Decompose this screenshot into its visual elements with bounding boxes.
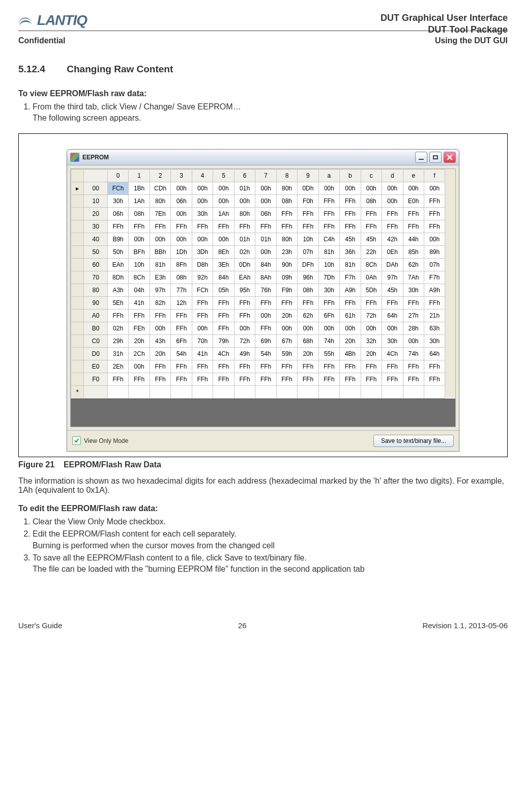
hex-cell[interactable]: FFh bbox=[403, 296, 424, 309]
hex-cell[interactable]: 00h bbox=[382, 322, 403, 334]
hex-cell-empty[interactable] bbox=[213, 385, 234, 398]
hex-cell[interactable]: 63h bbox=[424, 322, 445, 334]
hex-cell[interactable]: 00h bbox=[361, 182, 382, 194]
hex-cell[interactable]: 00h bbox=[171, 207, 192, 220]
hex-grid[interactable]: 0123456789abcdef ▸00FCh1BhCDh00h00h00h01… bbox=[71, 169, 455, 399]
hex-cell[interactable]: 85h bbox=[403, 245, 424, 258]
row-gutter[interactable] bbox=[71, 322, 84, 334]
hex-cell[interactable]: FFh bbox=[213, 360, 234, 373]
hex-cell[interactable]: 32h bbox=[361, 334, 382, 347]
hex-cell[interactable]: FFh bbox=[318, 207, 339, 220]
hex-cell[interactable]: FFh bbox=[340, 373, 361, 385]
hex-cell[interactable]: 41h bbox=[129, 296, 150, 309]
hex-cell[interactable]: 00h bbox=[213, 233, 234, 245]
hex-cell[interactable]: 00h bbox=[255, 245, 276, 258]
hex-cell[interactable]: 5Eh bbox=[107, 296, 129, 309]
hex-cell[interactable]: E0h bbox=[403, 194, 424, 207]
hex-cell[interactable]: 36h bbox=[340, 245, 361, 258]
hex-cell[interactable]: C4h bbox=[318, 233, 339, 245]
hex-cell[interactable]: 20h bbox=[361, 347, 382, 360]
col-header-0[interactable]: 0 bbox=[107, 169, 129, 182]
hex-cell[interactable]: FFh bbox=[234, 373, 255, 385]
hex-cell[interactable]: FFh bbox=[382, 207, 403, 220]
hex-cell[interactable]: FFh bbox=[234, 220, 255, 233]
hex-cell[interactable]: 8Dh bbox=[107, 271, 129, 284]
hex-cell[interactable]: FFh bbox=[298, 220, 319, 233]
hex-cell-empty[interactable] bbox=[255, 385, 276, 398]
hex-cell[interactable]: FFh bbox=[403, 360, 424, 373]
hex-cell[interactable]: 00h bbox=[255, 309, 276, 322]
hex-cell[interactable]: 1Ah bbox=[213, 207, 234, 220]
hex-cell-empty[interactable] bbox=[129, 385, 150, 398]
hex-cell[interactable]: FEh bbox=[129, 322, 150, 334]
hex-cell[interactable]: FFh bbox=[382, 360, 403, 373]
col-header-1[interactable]: 1 bbox=[129, 169, 150, 182]
hex-cell[interactable]: FFh bbox=[255, 296, 276, 309]
hex-cell[interactable]: 45h bbox=[382, 284, 403, 296]
hex-cell[interactable]: 08h bbox=[129, 207, 150, 220]
hex-cell[interactable]: FFh bbox=[318, 220, 339, 233]
hex-cell[interactable]: 84h bbox=[213, 271, 234, 284]
hex-cell[interactable]: 80h bbox=[276, 233, 297, 245]
hex-cell[interactable]: 6Fh bbox=[171, 334, 192, 347]
hex-cell-empty[interactable] bbox=[276, 385, 297, 398]
hex-cell[interactable]: FFh bbox=[192, 220, 213, 233]
hex-cell[interactable]: A9h bbox=[424, 284, 445, 296]
hex-cell[interactable]: FFh bbox=[424, 220, 445, 233]
hex-cell[interactable]: 30h bbox=[403, 284, 424, 296]
hex-cell-empty[interactable] bbox=[403, 385, 424, 398]
hex-cell[interactable]: 54h bbox=[171, 347, 192, 360]
hex-cell[interactable]: 72h bbox=[361, 309, 382, 322]
hex-cell-empty[interactable] bbox=[171, 385, 192, 398]
col-header-4[interactable]: 4 bbox=[192, 169, 213, 182]
hex-cell[interactable]: FFh bbox=[107, 309, 129, 322]
hex-cell[interactable]: 80h bbox=[276, 182, 297, 194]
grid-scroll-area[interactable] bbox=[71, 399, 455, 427]
hex-cell-empty[interactable] bbox=[234, 385, 255, 398]
hex-cell[interactable]: 95h bbox=[234, 284, 255, 296]
hex-cell[interactable]: D8h bbox=[192, 258, 213, 271]
hex-cell[interactable]: FFh bbox=[129, 373, 150, 385]
hex-cell[interactable]: FFh bbox=[340, 194, 361, 207]
hex-cell[interactable]: 4Bh bbox=[340, 347, 361, 360]
hex-cell[interactable]: 81h bbox=[318, 245, 339, 258]
hex-cell[interactable]: FFh bbox=[318, 360, 339, 373]
hex-cell[interactable]: 80h bbox=[234, 207, 255, 220]
hex-cell[interactable]: 23h bbox=[276, 245, 297, 258]
row-header-F0[interactable]: F0 bbox=[84, 373, 107, 385]
hex-cell[interactable]: DFh bbox=[298, 258, 319, 271]
hex-cell[interactable]: FFh bbox=[298, 296, 319, 309]
hex-cell[interactable]: 59h bbox=[276, 347, 297, 360]
col-header-2[interactable]: 2 bbox=[150, 169, 171, 182]
close-button[interactable] bbox=[444, 152, 456, 163]
hex-cell[interactable]: 8Eh bbox=[213, 245, 234, 258]
row-gutter[interactable] bbox=[71, 334, 84, 347]
hex-cell[interactable]: 00h bbox=[192, 322, 213, 334]
hex-cell[interactable]: 90h bbox=[276, 258, 297, 271]
hex-cell[interactable]: 61h bbox=[340, 309, 361, 322]
col-header-e[interactable]: e bbox=[403, 169, 424, 182]
hex-cell[interactable]: 0Eh bbox=[382, 245, 403, 258]
hex-cell[interactable]: FFh bbox=[424, 296, 445, 309]
hex-cell[interactable]: A3h bbox=[107, 284, 129, 296]
hex-cell[interactable]: FFh bbox=[192, 296, 213, 309]
row-header-10[interactable]: 10 bbox=[84, 194, 107, 207]
row-gutter[interactable] bbox=[71, 347, 84, 360]
hex-cell[interactable]: 64h bbox=[424, 347, 445, 360]
hex-cell[interactable]: 00h bbox=[192, 233, 213, 245]
hex-cell[interactable]: F0h bbox=[298, 194, 319, 207]
hex-cell-empty[interactable] bbox=[340, 385, 361, 398]
hex-cell[interactable]: 01h bbox=[234, 182, 255, 194]
hex-cell[interactable]: 8Ch bbox=[129, 271, 150, 284]
hex-cell[interactable]: F7h bbox=[424, 271, 445, 284]
hex-cell[interactable]: FFh bbox=[129, 309, 150, 322]
hex-cell[interactable]: FFh bbox=[107, 220, 129, 233]
hex-cell[interactable]: 7Dh bbox=[318, 271, 339, 284]
hex-cell[interactable]: 8Ch bbox=[361, 258, 382, 271]
new-row-gutter[interactable]: * bbox=[71, 385, 84, 398]
hex-cell[interactable]: 00h bbox=[171, 182, 192, 194]
row-header-60[interactable]: 60 bbox=[84, 258, 107, 271]
hex-cell[interactable]: 00h bbox=[276, 322, 297, 334]
maximize-button[interactable] bbox=[429, 152, 442, 163]
hex-cell[interactable]: FFh bbox=[276, 220, 297, 233]
